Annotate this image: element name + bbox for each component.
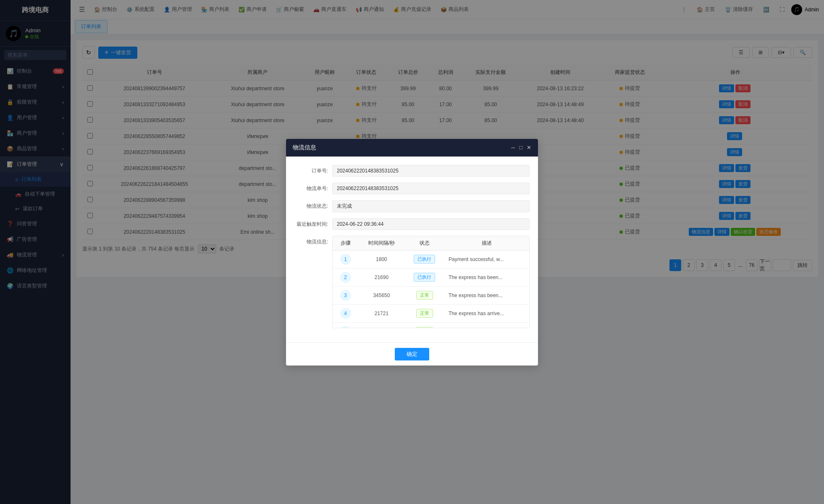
step-cell: 4 (333, 304, 358, 322)
lstatus-cell: 正常 (405, 304, 444, 322)
status-badge: 已执行 (414, 255, 435, 264)
logistics-no-label: 物流单号: (294, 183, 332, 192)
modal-overlay[interactable]: 物流信息 ─ □ ✕ 订单号: 20240622201483835310​25 … (0, 0, 824, 504)
logistics-table-body: 11800已执行Payment successful, w...221690已执… (333, 250, 529, 328)
desc-cell: The express has arrive... (444, 322, 529, 328)
modal-close-btn[interactable]: ✕ (527, 144, 531, 151)
desc-cell: The express has been... (444, 286, 529, 304)
lstatus-cell: 正常 (405, 322, 444, 328)
logistics-table-container: 步骤 时间间隔/秒 状态 描述 11800已执行Payment successf… (332, 236, 530, 328)
lstatus-cell: 已执行 (405, 250, 444, 268)
step-badge: 5 (340, 326, 351, 328)
lstatus-cell: 已执行 (405, 268, 444, 286)
modal-logistics-status-row: 物流状态: 未完成 (294, 200, 530, 212)
order-no-label: 订单号: (294, 165, 332, 175)
step-badge: 1 (340, 254, 351, 265)
step-cell: 1 (333, 250, 358, 268)
step-badge: 3 (340, 290, 351, 301)
logistics-row: 421721正常The express has arrive... (333, 304, 529, 322)
step-badge: 4 (340, 308, 351, 319)
modal-maximize-btn[interactable]: □ (519, 144, 522, 151)
col-interval: 时间间隔/秒 (358, 236, 405, 251)
logistics-row: 11800已执行Payment successful, w... (333, 250, 529, 268)
logistics-row: 221690已执行The express has been... (333, 268, 529, 286)
logistics-table-wrap: 步骤 时间间隔/秒 状态 描述 11800已执行Payment successf… (332, 236, 530, 328)
step-cell: 5 (333, 322, 358, 328)
modal-body: 订单号: 20240622201483835310​25 物流单号: 20240… (286, 157, 538, 342)
interval-cell: 21690 (358, 268, 405, 286)
interval-cell: 345650 (358, 286, 405, 304)
col-lstatus: 状态 (405, 236, 444, 251)
step-cell: 2 (333, 268, 358, 286)
logistics-status-value: 未完成 (332, 200, 530, 212)
step-cell: 3 (333, 286, 358, 304)
modal-footer: 确定 (286, 342, 538, 366)
modal-header: 物流信息 ─ □ ✕ (286, 139, 538, 157)
modal-order-no-row: 订单号: 20240622201483835310​25 (294, 165, 530, 177)
modal-logistics-info-row: 物流信息: 步骤 时间间隔/秒 状态 描述 (294, 236, 530, 328)
status-badge: 正常 (416, 309, 433, 318)
logistics-table: 步骤 时间间隔/秒 状态 描述 11800已执行Payment successf… (333, 236, 529, 328)
modal-minimize-btn[interactable]: ─ (511, 144, 515, 151)
col-desc: 描述 (444, 236, 529, 251)
desc-cell: Payment successful, w... (444, 250, 529, 268)
lstatus-cell: 正常 (405, 286, 444, 304)
modal-confirm-button[interactable]: 确定 (395, 348, 429, 360)
status-badge: 正常 (416, 327, 433, 328)
logistics-row: 3345650正常The express has been... (333, 286, 529, 304)
order-no-value: 20240622201483835310​25 (332, 165, 530, 177)
col-step: 步骤 (333, 236, 358, 251)
interval-cell: 21721 (358, 304, 405, 322)
interval-cell: 1800 (358, 250, 405, 268)
logistics-no-value: 20240622201483835310​25 (332, 183, 530, 194)
last-update-value: 2024-06-22 09:36:44 (332, 218, 530, 230)
interval-cell: 21960 (358, 322, 405, 328)
desc-cell: The express has arrive... (444, 304, 529, 322)
modal-last-update-row: 最近触发时间: 2024-06-22 09:36:44 (294, 218, 530, 230)
logistics-info-label: 物流信息: (294, 236, 332, 245)
modal-logistics-no-row: 物流单号: 20240622201483835310​25 (294, 183, 530, 194)
desc-cell: The express has been... (444, 268, 529, 286)
status-badge: 已执行 (414, 273, 435, 282)
logistics-row: 521960正常The express has arrive... (333, 322, 529, 328)
logistics-table-header: 步骤 时间间隔/秒 状态 描述 (333, 236, 529, 251)
modal-header-actions: ─ □ ✕ (511, 144, 531, 151)
status-badge: 正常 (416, 291, 433, 300)
modal-title: 物流信息 (293, 144, 316, 151)
last-update-label: 最近触发时间: (294, 218, 332, 228)
logistics-status-label: 物流状态: (294, 200, 332, 210)
step-badge: 2 (340, 272, 351, 283)
logistics-modal: 物流信息 ─ □ ✕ 订单号: 20240622201483835310​25 … (286, 139, 538, 366)
